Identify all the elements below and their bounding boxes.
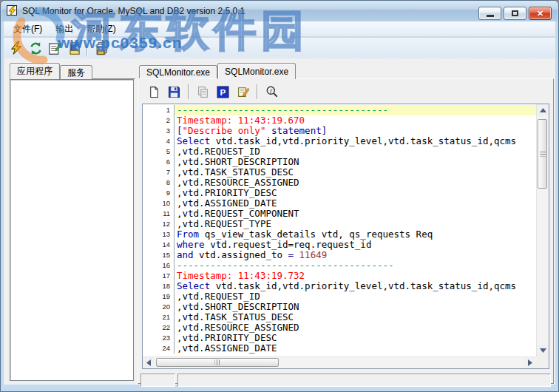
line-code: where vtd.request_id=req.request_id: [175, 240, 536, 250]
save-output-button[interactable]: [64, 39, 84, 57]
tab-services[interactable]: 服务: [60, 65, 92, 79]
new-file-button[interactable]: [144, 83, 164, 101]
clear-button[interactable]: [233, 83, 253, 101]
line-code: ,vtd.SHORT_DESCRIPTION: [175, 302, 536, 312]
line-number: 19: [143, 291, 175, 302]
line-code: ,vtd.PRIORITY_DESC: [175, 188, 536, 198]
status-bar: [140, 374, 551, 388]
line-code: ,vtd.RESOURCE_ASSIGNED: [175, 322, 536, 333]
thumb-grip: [215, 359, 220, 365]
editor-line: 15and vtd.assigned_to = 11649: [143, 250, 536, 260]
session-page: P f: [138, 78, 554, 384]
line-number: 13: [143, 229, 175, 240]
minimize-button[interactable]: [478, 7, 501, 20]
line-code: ,vtd.SHORT_DESCRIPTION: [175, 157, 536, 167]
horizontal-scroll-thumb[interactable]: [156, 358, 279, 367]
client-area: 应用程序 服务 SQLMonitor.exe SQLMonitor.exe: [4, 58, 555, 385]
vertical-scrollbar[interactable]: [536, 104, 549, 356]
tab-applications[interactable]: 应用程序: [10, 63, 60, 79]
session-tab-strip: SQLMonitor.exe SQLMonitor.exe: [139, 63, 296, 79]
title-bar[interactable]: SQL Monitor for Oracle, MySQL and DB2 ve…: [1, 1, 558, 21]
line-code: ,vtd.REQUEST_ID: [175, 146, 536, 157]
editor-lines[interactable]: 1--------------------------------------2…: [143, 105, 536, 356]
editor-line: 19,vtd.REQUEST_ID: [143, 291, 536, 302]
editor-line: 4Select vtd.task_id,vtd.priority_level,v…: [143, 136, 536, 146]
pause-button[interactable]: P: [213, 83, 233, 101]
vertical-scroll-thumb[interactable]: [538, 119, 547, 189]
editor-line: 10,vtd.ASSIGNED_DATE: [143, 198, 536, 209]
line-code: ,vtd.PRIORITY_DESC: [175, 333, 536, 343]
horizontal-scrollbar[interactable]: [143, 356, 536, 368]
find-button[interactable]: f: [262, 83, 282, 101]
line-code: ---------------------------------------: [175, 260, 536, 271]
line-code: Timestamp: 11:43:19.732: [175, 271, 536, 281]
editor-line: 23,vtd.PRIORITY_DESC: [143, 333, 536, 343]
scroll-left-button[interactable]: [143, 357, 155, 368]
menu-help[interactable]: 帮助(Z): [80, 21, 122, 37]
line-code: ,vtd.ASSIGNED_DATE: [175, 198, 536, 209]
new-file-icon: [148, 86, 160, 98]
line-number: 7: [143, 167, 175, 178]
line-number: 12: [143, 219, 175, 229]
line-code: Select vtd.task_id,vtd.priority_level,vt…: [175, 281, 536, 291]
save-icon: [168, 86, 180, 98]
line-code: ,vtd.REQUEST_COMPONENT: [175, 209, 536, 219]
line-number: 14: [143, 240, 175, 250]
save-output-icon: [67, 41, 81, 55]
arrow-right-icon: [528, 359, 532, 366]
line-number: 11: [143, 209, 175, 219]
line-number: 21: [143, 312, 175, 322]
editor-line: 7,vtd.TASK_STATUS_DESC: [143, 167, 536, 178]
editor-line: 17Timestamp: 11:43:19.732: [143, 271, 536, 281]
minimize-icon: [487, 15, 494, 17]
line-number: 17: [143, 271, 175, 281]
scroll-up-button[interactable]: [537, 104, 549, 116]
tab-session-2[interactable]: SQLMonitor.exe: [217, 63, 296, 79]
line-number: 15: [143, 250, 175, 260]
lock-button[interactable]: [91, 39, 110, 57]
menu-bar: 文件(F) 输出 帮助(Z): [4, 21, 555, 37]
editor-line: 18Select vtd.task_id,vtd.priority_level,…: [143, 281, 536, 291]
line-number: 2: [143, 115, 175, 126]
refresh-button[interactable]: [26, 39, 45, 57]
close-button[interactable]: ✕: [529, 7, 552, 20]
line-number: 18: [143, 281, 175, 291]
editor-line: 9,vtd.PRIORITY_DESC: [143, 188, 536, 198]
copy-button[interactable]: [193, 83, 213, 101]
line-number: 6: [143, 157, 175, 167]
maximize-button[interactable]: [504, 7, 526, 20]
line-code: --------------------------------------: [175, 105, 536, 115]
editor-line: 12,vtd.REQUEST_TYPE: [143, 219, 536, 229]
editor-line: 2Timestamp: 11:43:19.670: [143, 115, 536, 126]
editor-line: 20,vtd.SHORT_DESCRIPTION: [143, 302, 536, 312]
editor-line: 21,vtd.TASK_STATUS_DESC: [143, 312, 536, 322]
line-code: ,vtd.REQUEST_TYPE: [175, 219, 536, 229]
line-number: 16: [143, 260, 175, 271]
copy-icon: [197, 86, 209, 98]
lock-icon: [94, 41, 108, 55]
close-icon: ✕: [537, 10, 543, 18]
line-code: ,vtd.RESOURCE_ASSIGNED: [175, 178, 536, 188]
find-icon: f: [265, 85, 279, 98]
editor-toolbar-separator-2: [257, 84, 258, 99]
editor-line: 6,vtd.SHORT_DESCRIPTION: [143, 157, 536, 167]
line-code: From qs_view_task_details vtd, qs_reques…: [175, 229, 536, 240]
editor-line: 3["Describe only" statement]: [143, 126, 536, 136]
save-button[interactable]: [164, 83, 184, 101]
line-number: 24: [143, 343, 175, 354]
process-list[interactable]: [10, 79, 134, 381]
scroll-right-button[interactable]: [524, 357, 536, 368]
scroll-down-button[interactable]: [537, 345, 549, 356]
execute-button[interactable]: [7, 39, 26, 57]
window-controls: ✕: [478, 7, 552, 20]
line-code: Select vtd.task_id,vtd.priority_level,vt…: [175, 136, 536, 146]
editor-line: 16--------------------------------------…: [143, 260, 536, 271]
menu-file[interactable]: 文件(F): [7, 21, 49, 37]
menu-output[interactable]: 输出: [49, 21, 80, 37]
main-toolbar: [4, 38, 555, 58]
line-number: 3: [143, 126, 175, 136]
tab-session-1[interactable]: SQLMonitor.exe: [139, 65, 217, 79]
editor-line: 11,vtd.REQUEST_COMPONENT: [143, 209, 536, 219]
line-number: 9: [143, 188, 175, 198]
log-options-button[interactable]: [45, 39, 64, 57]
